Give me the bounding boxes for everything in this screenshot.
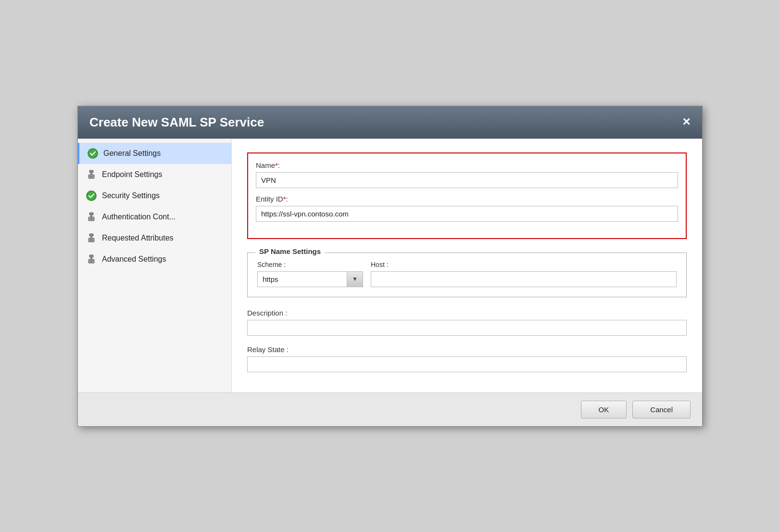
scheme-select-arrow-icon: ▼ <box>347 271 363 287</box>
scheme-select-wrapper: https http ▼ <box>257 271 363 287</box>
sidebar-item-advanced-settings[interactable]: Advanced Settings <box>78 249 231 270</box>
sidebar-item-endpoint-settings[interactable]: Endpoint Settings <box>78 164 231 185</box>
sp-name-settings-legend: SP Name Settings <box>255 247 325 255</box>
entity-id-field-group: Entity ID*: <box>256 195 678 222</box>
dialog-footer: OK Cancel <box>78 393 702 426</box>
create-saml-sp-dialog: Create New SAML SP Service ✕ General Set… <box>77 106 703 427</box>
authentication-cont-icon <box>86 211 97 223</box>
svg-point-4 <box>91 176 92 177</box>
description-label: Description : <box>247 309 687 317</box>
name-label: Name*: <box>256 161 678 169</box>
svg-rect-7 <box>90 215 92 217</box>
entity-id-label: Entity ID*: <box>256 195 678 203</box>
host-input[interactable] <box>371 271 677 287</box>
scheme-host-row: Scheme : https http ▼ Host : <box>257 261 677 287</box>
sidebar-item-security-settings[interactable]: Security Settings <box>78 185 231 206</box>
scheme-column: Scheme : https http ▼ <box>257 261 363 287</box>
scheme-select[interactable]: https http <box>257 271 347 287</box>
security-settings-icon <box>86 190 97 202</box>
entity-id-input[interactable] <box>256 206 678 222</box>
sidebar-item-requested-attributes[interactable]: Requested Attributes <box>78 228 231 249</box>
name-input[interactable] <box>256 172 678 188</box>
endpoint-settings-icon <box>86 169 97 180</box>
svg-rect-2 <box>90 173 92 175</box>
dialog-header: Create New SAML SP Service ✕ <box>78 106 702 139</box>
requested-attributes-icon <box>86 232 97 244</box>
svg-rect-10 <box>89 234 93 236</box>
advanced-settings-icon <box>86 253 97 265</box>
svg-rect-15 <box>90 257 92 259</box>
sidebar-item-authentication-cont[interactable]: Authentication Cont... <box>78 206 231 228</box>
sidebar-item-requested-attributes-label: Requested Attributes <box>102 234 174 242</box>
svg-point-9 <box>91 218 92 219</box>
dialog-title: Create New SAML SP Service <box>89 115 264 130</box>
dialog-body: General Settings Endpoint Settings <box>78 139 702 393</box>
close-button[interactable]: ✕ <box>682 117 691 127</box>
ok-button[interactable]: OK <box>581 401 627 418</box>
required-fields-box: Name*: Entity ID*: <box>247 152 687 239</box>
general-settings-icon <box>87 148 99 159</box>
cancel-button[interactable]: Cancel <box>632 401 691 418</box>
svg-point-5 <box>87 191 96 201</box>
host-column: Host : <box>371 261 677 287</box>
sidebar-item-endpoint-settings-label: Endpoint Settings <box>102 170 162 179</box>
relay-state-input[interactable] <box>247 356 687 372</box>
main-content: Name*: Entity ID*: SP Name Settings Sche… <box>232 139 702 393</box>
svg-rect-14 <box>89 255 93 257</box>
sidebar-item-security-settings-label: Security Settings <box>102 191 160 200</box>
svg-point-0 <box>88 149 98 158</box>
sp-name-settings-section: SP Name Settings Scheme : https http ▼ <box>247 253 687 297</box>
svg-rect-11 <box>90 236 92 238</box>
relay-state-section: Relay State : <box>247 345 687 372</box>
sidebar-item-authentication-cont-label: Authentication Cont... <box>102 213 176 221</box>
scheme-label: Scheme : <box>257 261 363 268</box>
description-section: Description : <box>247 309 687 336</box>
name-field-group: Name*: <box>256 161 678 188</box>
svg-point-13 <box>91 239 92 241</box>
sidebar: General Settings Endpoint Settings <box>78 139 232 393</box>
relay-state-label: Relay State : <box>247 345 687 354</box>
description-input[interactable] <box>247 320 687 336</box>
svg-rect-6 <box>89 213 93 215</box>
host-label: Host : <box>371 261 677 268</box>
svg-point-17 <box>91 260 92 262</box>
sidebar-item-advanced-settings-label: Advanced Settings <box>102 255 166 264</box>
sidebar-item-general-settings-label: General Settings <box>103 149 161 158</box>
svg-rect-1 <box>89 170 93 173</box>
sidebar-item-general-settings[interactable]: General Settings <box>78 143 231 164</box>
